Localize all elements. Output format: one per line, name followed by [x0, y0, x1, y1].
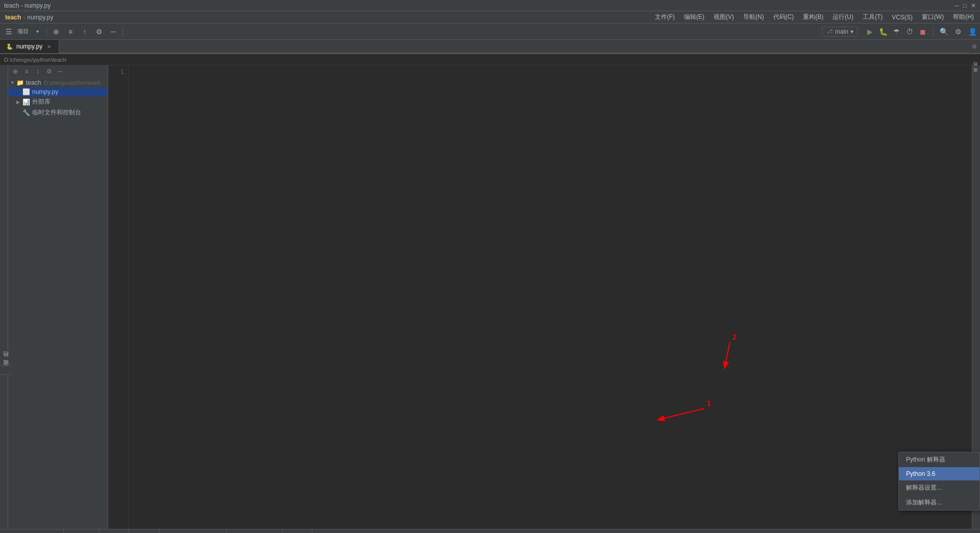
editor-content[interactable]: 1	[108, 65, 972, 529]
problems-tab[interactable]: ⊕ 问题	[100, 529, 129, 533]
python-packages-tab[interactable]: 📦 Python Packages	[159, 529, 227, 533]
toolbar-separator-2	[122, 27, 123, 37]
expand-all-button[interactable]: ⊕	[10, 66, 20, 77]
project-tree: ▼ 📁 teach D:\chengxu\python\teach ⬜ nump…	[8, 78, 108, 118]
menu-refactor[interactable]: 重构(B)	[799, 12, 827, 22]
root-path: D:\chengxu\python\teach	[44, 80, 101, 86]
left-vert-tab-bookmarks[interactable]: 收藏	[0, 366, 12, 375]
menu-help[interactable]: 帮助(H)	[949, 12, 978, 22]
python-icon: ⬜	[22, 88, 30, 95]
popup-interpreter-settings[interactable]: 解释器设置...	[899, 480, 979, 495]
settings-gear-button[interactable]: ⚙	[952, 26, 964, 37]
coverage-button[interactable]: ☂	[891, 26, 902, 37]
breadcrumb: D:\chengxu\python\teach	[0, 54, 980, 65]
stop-button[interactable]: ◼	[917, 26, 928, 37]
services-tab[interactable]: ⊕ 服务	[283, 529, 312, 533]
separator: ›	[23, 14, 25, 21]
toolbar-separator-1	[46, 27, 47, 37]
folder-icon: 📁	[16, 79, 24, 86]
root-folder-name: teach	[26, 79, 41, 86]
bookmarks-sidebar-icon[interactable]: 收藏	[973, 74, 979, 78]
action-buttons: ▶ 🐛 ☂ ⏱ ◼	[864, 26, 928, 37]
code-editor[interactable]	[129, 65, 972, 529]
project-view-toggle[interactable]: ☰	[2, 25, 15, 38]
new-file-button[interactable]: ⊕	[50, 25, 63, 38]
run-button[interactable]: ▶	[864, 26, 875, 37]
left-sidebar-icons	[0, 65, 8, 529]
branch-name: main	[835, 28, 848, 35]
line-numbers: 1	[108, 65, 129, 529]
line-number-1: 1	[108, 67, 124, 77]
bottom-bar: ⚡ Version Control ☰ TODO ⊕ 问题 ▦ 终端 📦 Pyt…	[0, 529, 980, 533]
user-avatar[interactable]: 👤	[967, 26, 978, 37]
temp-icon: 🔧	[22, 109, 30, 116]
left-vert-tab-structure[interactable]: 结构	[0, 357, 12, 366]
temp-files[interactable]: 🔧 临时文件和控制台	[8, 107, 108, 118]
menu-bar: teach › numpy.py 文件(F) 编辑(E) 视图(V) 导航(N)…	[0, 11, 980, 23]
collapse-button[interactable]: ─	[107, 25, 120, 38]
menu-code[interactable]: 代码(C)	[769, 12, 798, 22]
maximize-button[interactable]: □	[963, 2, 967, 9]
tab-numpy-py[interactable]: 🐍 numpy.py ✕	[0, 40, 59, 53]
library-icon: 📊	[22, 99, 30, 106]
python-console-tab[interactable]: ▶ Python 控制台	[227, 529, 283, 533]
popup-python-interpreter[interactable]: Python 解释器	[899, 452, 979, 467]
editor-area: 1	[108, 65, 972, 529]
panel-settings[interactable]: ⚙	[44, 66, 54, 77]
toolbar: ☰ 项目 ▾ ⊕ ≡ ↑ ⚙ ─ ⎇ main ▾ ▶ 🐛 ☂ ⏱ ◼ 🔍 ⚙ …	[0, 23, 980, 40]
file-name-label: numpy.py	[32, 88, 58, 95]
menu-tools[interactable]: 工具(T)	[859, 12, 887, 22]
interpreter-popup-menu: Python 解释器 Python 3.6 解释器设置... 添加解释器...	[898, 452, 980, 511]
left-vertical-panel: 结构 收藏	[0, 357, 12, 375]
python-file-icon: 🐍	[6, 43, 13, 50]
current-file-name: numpy.py	[27, 14, 53, 21]
debug-button[interactable]: 🐛	[877, 26, 889, 37]
menu-edit[interactable]: 编辑(E)	[680, 12, 708, 22]
todo-tab[interactable]: ☰ TODO	[64, 529, 99, 533]
version-control-tab[interactable]: ⚡ Version Control	[2, 529, 64, 533]
tab-bar: 🐍 numpy.py ✕ ⚙	[0, 40, 980, 54]
minimize-button[interactable]: ─	[954, 2, 959, 9]
branch-dropdown-icon: ▾	[850, 28, 853, 35]
file-numpy-py[interactable]: ⬜ numpy.py	[8, 87, 108, 96]
close-panel-button[interactable]: ─	[55, 66, 65, 77]
popup-python-36[interactable]: Python 3.6	[899, 467, 979, 480]
temp-files-label: 临时文件和控制台	[32, 108, 81, 117]
autoscroll-button[interactable]: ↕	[33, 66, 43, 77]
external-libraries[interactable]: ▶ 📊 外部库	[8, 96, 108, 107]
menu-window[interactable]: 窗口(W)	[918, 12, 948, 22]
structure-button[interactable]: ≡	[64, 25, 77, 38]
popup-add-interpreter[interactable]: 添加解释器...	[899, 495, 979, 510]
branch-icon: ⎇	[826, 28, 833, 35]
window-controls: ─ □ ✕	[954, 2, 976, 9]
toolbar-dropdown[interactable]: ▾	[31, 25, 44, 38]
menu-view[interactable]: 视图(V)	[709, 12, 738, 22]
sync-button[interactable]: ↑	[78, 25, 91, 38]
menu-run[interactable]: 运行(U)	[828, 12, 857, 22]
menu-file[interactable]: 文件(F)	[651, 12, 679, 22]
tab-close-button[interactable]: ✕	[45, 43, 53, 50]
menu-navigate[interactable]: 导航(N)	[739, 12, 768, 22]
main-layout: ⊕ ≡ ↕ ⚙ ─ ▼ 📁 teach D:\chengxu\python\te…	[0, 65, 980, 529]
project-panel: ⊕ ≡ ↕ ⚙ ─ ▼ 📁 teach D:\chengxu\python\te…	[8, 65, 108, 529]
close-button[interactable]: ✕	[971, 2, 976, 9]
toolbar-separator-3	[933, 27, 934, 37]
title-bar: teach - numpy.py ─ □ ✕	[0, 0, 980, 11]
window-title: teach - numpy.py	[4, 2, 51, 9]
terminal-tab[interactable]: ▦ 终端	[129, 529, 159, 533]
breadcrumb-path: D:\chengxu\python\teach	[4, 57, 66, 63]
menu-vcs[interactable]: VCS(S)	[888, 13, 917, 22]
search-everywhere-button[interactable]: 🔍	[938, 26, 949, 37]
tab-label: numpy.py	[16, 43, 42, 50]
panel-toolbar: ⊕ ≡ ↕ ⚙ ─	[8, 65, 108, 78]
recent-files-button[interactable]: ⚙	[972, 43, 977, 50]
collapse-all-button[interactable]: ≡	[21, 66, 32, 77]
run-config-selector[interactable]: ⎇ main ▾	[822, 27, 858, 37]
project-name: teach	[5, 14, 21, 21]
expand-arrow: ▼	[10, 80, 15, 85]
profile-button[interactable]: ⏱	[904, 26, 915, 37]
project-label: 项目	[16, 25, 30, 38]
root-folder[interactable]: ▼ 📁 teach D:\chengxu\python\teach	[8, 78, 108, 87]
structure-sidebar-icon[interactable]: 结构	[973, 67, 979, 71]
settings-button[interactable]: ⚙	[92, 25, 106, 38]
